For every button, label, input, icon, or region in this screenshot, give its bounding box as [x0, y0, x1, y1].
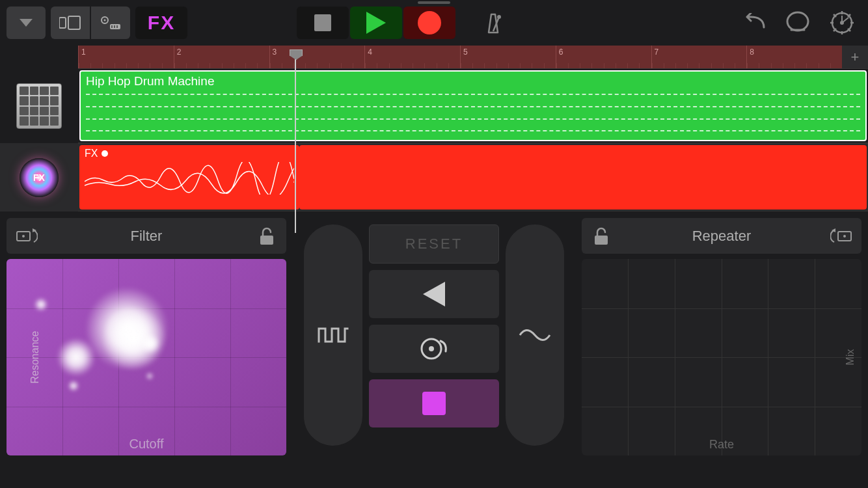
- svg-marker-0: [20, 19, 33, 27]
- bar-number: 8: [747, 47, 754, 57]
- reset-button[interactable]: RESET: [369, 224, 499, 264]
- track-header-drums[interactable]: [0, 68, 78, 143]
- bar-number: 6: [556, 47, 563, 57]
- square-wave-icon: [318, 326, 349, 344]
- svg-point-12: [787, 12, 808, 31]
- bar-number: 7: [652, 47, 659, 57]
- repeater-title: Repeater: [621, 228, 822, 245]
- gater-slider[interactable]: [304, 224, 362, 446]
- bar-number: 1: [79, 47, 86, 57]
- svg-marker-30: [423, 282, 445, 306]
- turntable-icon: [420, 337, 448, 360]
- svg-rect-2: [68, 16, 80, 29]
- track-lane-drums[interactable]: Hip Hop Drum Machine: [78, 68, 868, 143]
- svg-marker-9: [366, 12, 386, 34]
- wobble-slider[interactable]: [506, 224, 564, 446]
- add-track-button[interactable]: +: [842, 46, 868, 68]
- fx-clip-remaining[interactable]: [299, 145, 867, 210]
- bar-number: 3: [270, 47, 277, 57]
- fx-clip[interactable]: FX: [79, 145, 299, 210]
- playhead[interactable]: [295, 56, 296, 233]
- panel-drag-handle[interactable]: [418, 1, 450, 4]
- svg-point-11: [497, 15, 501, 19]
- clip-name-label: Hip Hop Drum Machine: [86, 74, 860, 88]
- svg-point-32: [429, 346, 434, 351]
- bar-number: 5: [461, 47, 468, 57]
- settings-button[interactable]: [822, 10, 861, 36]
- sine-wave-icon: [519, 325, 551, 345]
- loop-button[interactable]: [778, 10, 817, 35]
- bar-number: 4: [365, 47, 372, 57]
- svg-point-35: [843, 235, 846, 237]
- nav-dropdown-button[interactable]: [7, 7, 46, 39]
- automation-waveform: [85, 162, 294, 195]
- scratch-button[interactable]: [369, 325, 499, 373]
- tape-stop-button[interactable]: [369, 379, 499, 427]
- svg-rect-7: [114, 25, 115, 28]
- svg-rect-8: [116, 25, 118, 28]
- drum-machine-icon: [16, 83, 62, 129]
- track-lane-fx[interactable]: FX: [78, 143, 868, 211]
- filter-title: Filter: [46, 228, 247, 245]
- undo-button[interactable]: [734, 13, 773, 33]
- play-button[interactable]: [350, 7, 402, 39]
- track-view-button[interactable]: [51, 7, 90, 39]
- repeater-preset-cycle-button[interactable]: [822, 226, 861, 246]
- repeater-x-axis-label: Rate: [709, 438, 734, 452]
- repeater-y-axis-label: Mix: [845, 349, 857, 366]
- fx-track-icon: FX: [20, 158, 59, 197]
- filter-preset-cycle-button[interactable]: [7, 226, 46, 246]
- svg-rect-29: [260, 236, 273, 245]
- filter-y-axis-label: Resonance: [29, 331, 41, 384]
- svg-line-24: [842, 18, 848, 23]
- repeater-lock-button[interactable]: [582, 226, 621, 246]
- timeline-ruler[interactable]: 1 2 3 4 5 6 7 8: [78, 46, 842, 68]
- instrument-browser-button[interactable]: [91, 7, 130, 39]
- track-header-fx[interactable]: FX: [0, 143, 78, 211]
- midi-content: [86, 91, 860, 135]
- filter-x-axis-label: Cutoff: [129, 437, 164, 452]
- svg-rect-6: [111, 25, 113, 28]
- svg-rect-33: [595, 236, 608, 245]
- clip-name-label: FX: [85, 148, 294, 159]
- svg-point-27: [22, 235, 25, 237]
- midi-clip-drums[interactable]: Hip Hop Drum Machine: [79, 70, 867, 141]
- svg-point-4: [104, 20, 106, 21]
- metronome-button[interactable]: [474, 10, 513, 35]
- filter-xy-pad[interactable]: Resonance Cutoff: [7, 259, 286, 455]
- record-button[interactable]: [403, 7, 455, 39]
- svg-rect-1: [59, 18, 66, 28]
- repeater-xy-pad[interactable]: Rate Mix: [582, 259, 861, 455]
- reverse-button[interactable]: [369, 270, 499, 318]
- stop-button[interactable]: [297, 7, 349, 39]
- bar-number: 2: [174, 47, 182, 57]
- fx-toggle-button[interactable]: FX: [135, 7, 187, 39]
- filter-lock-button[interactable]: [247, 226, 286, 246]
